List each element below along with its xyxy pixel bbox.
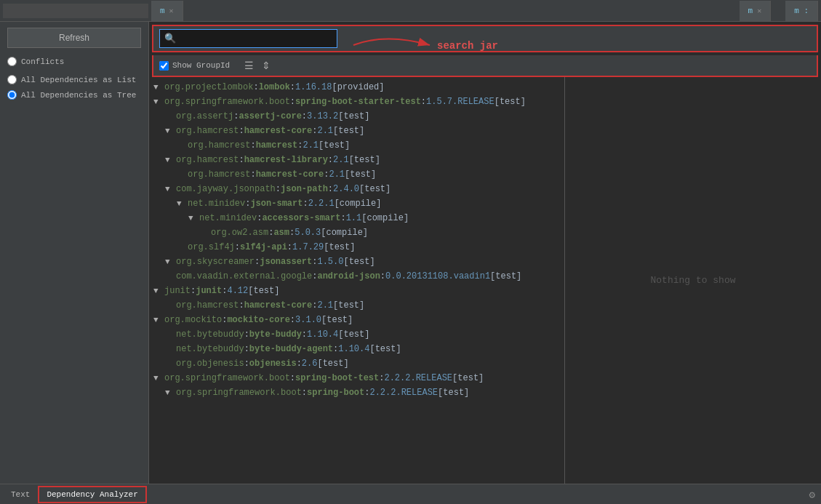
artifact-id: accessors-smart — [262, 212, 340, 225]
artifact-id: json-smart — [250, 197, 303, 210]
tree-row: org.slf4j : slf4j-api : 1.7.29 [test] — [149, 240, 564, 255]
artifact-id: slf4j-api — [240, 241, 287, 254]
conflicts-radio[interactable]: Conflicts — [0, 54, 148, 69]
tree-row: org.assertj : assertj-core : 3.13.2 [tes… — [149, 109, 564, 124]
scope: [test] — [324, 241, 355, 254]
group-id: org.ow2.asm — [211, 226, 268, 239]
scope: [test] — [452, 372, 484, 385]
tree-row: org.hamcrest : hamcrest : 2.1 [test] — [149, 138, 564, 153]
scope: [compile] — [321, 226, 368, 239]
version: 2.2.2.RELEASE — [384, 372, 452, 385]
expand-arrow[interactable]: ▼ — [153, 81, 162, 94]
tree-row: ▼org.springframework.boot : spring-boot … — [149, 385, 564, 400]
scope: [test] — [494, 95, 526, 108]
expand-arrow[interactable]: ▼ — [153, 285, 162, 297]
tree-row: net.bytebuddy : byte-buddy : 1.10.4 [tes… — [149, 327, 564, 342]
group-id: net.minidev — [199, 212, 257, 225]
group-id: net.bytebuddy — [176, 328, 244, 341]
scope: [test] — [359, 183, 391, 196]
search-input[interactable] — [179, 33, 310, 44]
tree-row: ▼junit : junit : 4.12 [test] — [149, 284, 564, 298]
expand-arrow[interactable]: ▼ — [165, 183, 174, 196]
scope: [test] — [319, 139, 350, 152]
split-container: ▼org.projectlombok : lombok : 1.16.18 [p… — [149, 77, 821, 484]
all-dep-tree-radio[interactable]: All Dependencies as Tree — [0, 87, 148, 103]
group-id: net.bytebuddy — [176, 343, 244, 356]
dep-analyzer-tab[interactable]: Dependency Analyzer — [38, 486, 146, 503]
artifact-id: hamcrest-core — [244, 299, 313, 312]
artifact-id: mockito-core — [227, 313, 289, 327]
tree-row: org.hamcrest : hamcrest-core : 2.1 [test… — [149, 298, 564, 313]
tree-row: com.vaadin.external.google : android-jso… — [149, 269, 564, 284]
show-groupid-checkbox[interactable] — [159, 61, 169, 71]
version: 2.1 — [329, 168, 345, 181]
expand-arrow[interactable]: ▼ — [165, 154, 174, 167]
dep-analyzer-tab-label: Dependency Analyzer — [47, 490, 137, 499]
scope: [test] — [321, 313, 353, 327]
show-groupid-label: Show GroupId — [172, 61, 230, 70]
top-tab-bar: m ✕ m ✕ m : — [0, 0, 821, 22]
all-dep-list-label: All Dependencies as List — [21, 76, 136, 84]
text-tab[interactable]: Text — [3, 486, 38, 503]
group-id: org.hamcrest — [176, 124, 239, 137]
tab-m1-close[interactable]: ✕ — [169, 7, 174, 15]
all-dep-list-radio[interactable]: All Dependencies as List — [0, 72, 148, 87]
expand-arrow[interactable]: ▼ — [188, 212, 197, 225]
tab-m1[interactable]: m ✕ — [151, 1, 183, 21]
text-tab-label: Text — [11, 490, 30, 499]
tab-m2[interactable]: m ✕ — [740, 1, 772, 21]
expand-arrow[interactable]: ▼ — [165, 125, 174, 137]
content-area: 🔍 search jar Show Gro — [149, 22, 821, 484]
tab-m3[interactable]: m : — [785, 1, 818, 21]
version: 3.13.2 — [307, 110, 338, 123]
show-groupid-checkbox-label[interactable]: Show GroupId — [159, 61, 230, 71]
group-id: org.hamcrest — [188, 139, 250, 152]
expand-arrow[interactable]: ▼ — [165, 387, 174, 399]
all-dep-tree-input[interactable] — [7, 90, 17, 100]
all-dep-tree-label: All Dependencies as Tree — [21, 91, 136, 100]
group-id: net.minidev — [188, 197, 245, 210]
expand-arrow[interactable]: ▼ — [177, 198, 185, 210]
scope: [test] — [317, 357, 348, 370]
nothing-to-show-text: Nothing to show — [650, 275, 735, 286]
scope: [provided] — [332, 81, 384, 94]
version: 3.1.0 — [295, 313, 321, 327]
version: 2.1 — [303, 139, 319, 152]
tree-row: org.hamcrest : hamcrest-core : 2.1 [test… — [149, 167, 564, 182]
align-left-button[interactable]: ☰ — [241, 58, 256, 73]
scope: [test] — [490, 270, 521, 283]
align-icon: ☰ — [244, 60, 254, 71]
expand-arrow[interactable]: ▼ — [153, 372, 162, 385]
expand-arrow[interactable]: ▼ — [153, 96, 162, 108]
refresh-button[interactable]: Refresh — [7, 28, 141, 48]
group-id: org.hamcrest — [176, 153, 239, 167]
artifact-id: objenesis — [249, 357, 297, 370]
expand-arrow[interactable]: ▼ — [165, 256, 174, 268]
scope: [test] — [333, 299, 364, 312]
version: 1.5.7.RELEASE — [426, 95, 494, 108]
artifact-id: json-path — [281, 183, 328, 196]
left-panel: Refresh Conflicts All Dependencies as Li… — [0, 22, 149, 484]
conflicts-radio-input[interactable] — [7, 57, 17, 66]
artifact-id: jsonassert — [260, 255, 312, 268]
info-panel: Nothing to show — [565, 77, 821, 484]
bottom-bar: Text Dependency Analyzer ⚙ — [0, 484, 821, 504]
scope: [test] — [333, 124, 364, 137]
search-annotation: search jar — [350, 29, 498, 62]
scope: [test] — [343, 255, 375, 268]
artifact-id: asm — [273, 226, 289, 239]
expand-arrow[interactable]: ▼ — [153, 314, 162, 327]
search-magnify-icon: 🔍 — [164, 33, 176, 44]
expand-icon: ⇕ — [262, 60, 271, 71]
tree-row: ▼org.springframework.boot : spring-boot-… — [149, 95, 564, 109]
scope: [test] — [349, 153, 380, 167]
expand-button[interactable]: ⇕ — [259, 58, 273, 73]
all-dep-list-input[interactable] — [7, 75, 17, 84]
scope: [test] — [438, 386, 469, 399]
version: 1.5.0 — [317, 255, 343, 268]
tab-m2-close[interactable]: ✕ — [757, 7, 761, 15]
scope: [test] — [338, 110, 369, 123]
settings-gear-icon[interactable]: ⚙ — [809, 488, 815, 500]
artifact-id: hamcrest-core — [256, 168, 324, 181]
tree-row: ▼net.minidev : json-smart : 2.2.1 [compi… — [149, 196, 564, 211]
